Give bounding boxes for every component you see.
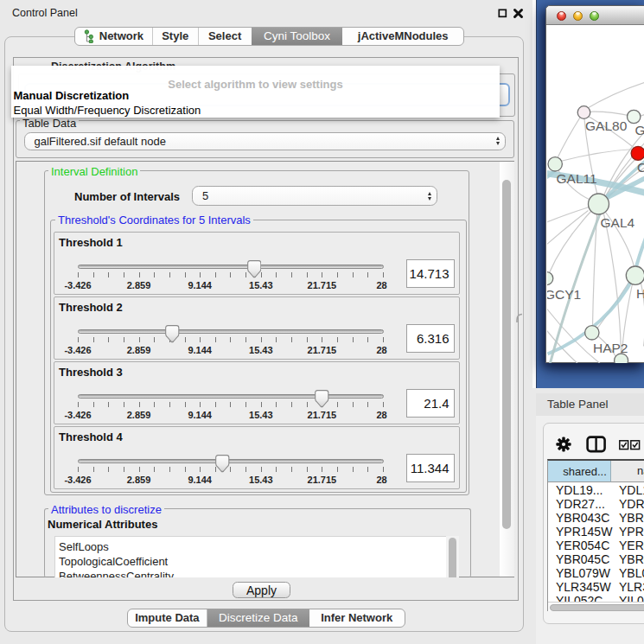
svg-text:GAL4: GAL4 — [600, 214, 634, 229]
svg-text:HAP2: HAP2 — [593, 340, 628, 354]
svg-text:GCY1: GCY1 — [547, 286, 581, 301]
svg-text:G.: G. — [634, 122, 644, 137]
svg-text:GAL11: GAL11 — [556, 171, 596, 186]
svg-text:H: H — [636, 285, 644, 300]
svg-text:GAL80: GAL80 — [585, 118, 628, 133]
svg-text:C: C — [637, 160, 644, 175]
